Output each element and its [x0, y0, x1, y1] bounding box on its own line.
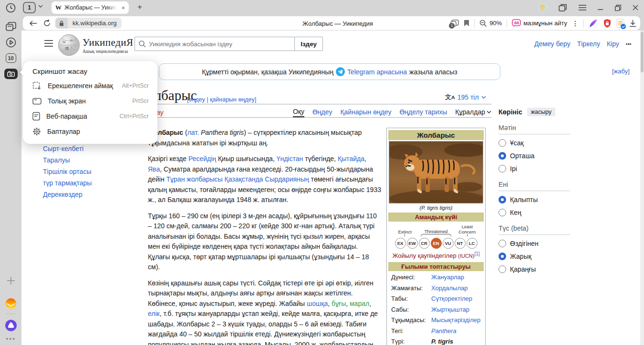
scrollbar-thumb[interactable] [641, 31, 644, 72]
chevron-down-icon[interactable] [38, 5, 43, 8]
radio-button[interactable] [499, 139, 506, 147]
new-tab-button[interactable]: + [135, 2, 145, 13]
title-edit-links[interactable]: [өңдеу | қайнарын өңдеу] [187, 96, 256, 103]
main-menu-icon[interactable] [44, 40, 53, 49]
appearance-hide-button[interactable]: жасыру [527, 108, 556, 116]
tab-close-icon[interactable]: × [121, 4, 125, 11]
video-play-icon[interactable] [0, 37, 21, 48]
view-tab-Оқу[interactable]: Оқу [293, 107, 304, 117]
radio-button[interactable] [499, 209, 506, 216]
more-options-icon[interactable]: ⋮ [572, 20, 579, 27]
radio-option-Ұсақ[interactable]: Ұсақ [499, 139, 570, 147]
wiki-link[interactable]: Тұран жолбарысы [166, 175, 223, 183]
tab-counter-button[interactable]: 1 [23, 2, 36, 13]
wikipedia-wordmark[interactable]: УикипедиЯ Ашық энциклопедиясы [83, 37, 133, 54]
taxonomy-value[interactable]: Хордалылар [431, 284, 467, 292]
status-reference[interactable]: [1] [474, 251, 479, 256]
toc-item[interactable]: Тіршілік ортасы [43, 168, 138, 175]
page-scrollbar[interactable] [640, 30, 644, 345]
yandex-mail-icon[interactable] [0, 298, 21, 309]
search-button[interactable]: Іздеу [294, 37, 323, 51]
toc-item[interactable]: түр тармақтары [43, 179, 138, 187]
header-link[interactable]: Демеу беру [534, 40, 571, 48]
radio-option-Қалыпты[interactable]: Қалыпты [499, 196, 570, 203]
wikipedia-logo[interactable]: W И 维 ا [58, 34, 80, 56]
radio-option-Ірі[interactable]: Ірі [499, 165, 570, 172]
wiki-link[interactable]: лат. [187, 129, 199, 136]
view-tab-Өңделу тарихы[interactable]: Өңделу тарихы [399, 107, 447, 117]
wiki-link[interactable]: Үндістан [277, 155, 303, 162]
header-link[interactable]: Кіру [607, 40, 619, 48]
bookmark-icon[interactable] [464, 20, 469, 27]
radio-button[interactable] [499, 253, 506, 260]
radio-button[interactable] [499, 165, 506, 172]
menu-item-Баптаулар[interactable]: Баптаулар [23, 124, 157, 139]
wiki-link[interactable]: Қазақстанда [225, 175, 263, 183]
side-panel-icon[interactable] [559, 4, 567, 11]
read-aloud-button[interactable]: 66 мазмұнын айту [512, 19, 567, 27]
view-tab-Өңдеу[interactable]: Өңдеу [312, 107, 332, 117]
telegram-channel-link[interactable]: Telegram арнасына [347, 68, 407, 76]
tab-groups-icon[interactable] [0, 22, 21, 31]
taxonomy-value[interactable]: Panthera [431, 327, 457, 335]
banner-close-link[interactable]: [жабу] [612, 68, 630, 75]
radio-option-Орташа[interactable]: Орташа [499, 152, 570, 160]
browser-tab[interactable]: W Жолбарыс — Уикипед × [52, 1, 129, 14]
menu-item-Толық экран[interactable]: Толық экранPrtScr [23, 93, 157, 109]
header-more-icon[interactable]: ••• [626, 41, 632, 47]
wiki-link[interactable]: шошқа [307, 300, 328, 307]
taxonomy-value[interactable]: Жыртқыштар [431, 306, 469, 313]
sidebar-more-icon[interactable]: ••• [0, 335, 21, 343]
menu-item-Ерекшеленген аймақ[interactable]: Ерекшеленген аймақAlt+PrtScr [23, 78, 157, 93]
radio-option-Өздігінен[interactable]: Өздігінен [499, 240, 570, 247]
radio-button[interactable] [499, 265, 506, 273]
minimize-button[interactable] [598, 5, 603, 10]
browser-menu-icon[interactable] [579, 5, 586, 10]
zoom-control[interactable]: 90% [479, 20, 502, 27]
wiki-link[interactable]: Ресейдің [188, 155, 216, 162]
radio-option-Қараңғы[interactable]: Қараңғы [499, 265, 570, 273]
view-tab-Қайнарын өңдеу[interactable]: Қайнарын өңдеу [340, 107, 391, 117]
lock-icon[interactable] [55, 18, 68, 29]
alice-assistant-icon[interactable] [0, 319, 21, 332]
language-selector[interactable]: 文ᴀ 195 тіл [445, 93, 486, 101]
radio-button[interactable] [499, 240, 506, 247]
view-tab-Құралдар[interactable]: Құралдар [455, 107, 491, 117]
radio-option-Кең[interactable]: Кең [499, 209, 570, 216]
document-extension-icon[interactable] [616, 19, 624, 28]
taxonomy-value[interactable]: Сүтқоректілер [431, 295, 472, 302]
radio-button[interactable] [499, 196, 506, 203]
collections-button[interactable]: 1 [450, 20, 459, 27]
wiki-link[interactable]: елік [148, 310, 160, 317]
toc-item[interactable]: Таралуы [43, 156, 138, 164]
add-panel-icon[interactable] [0, 276, 21, 285]
download-icon[interactable] [629, 20, 636, 27]
profile-avatar[interactable] [538, 3, 547, 12]
calendar-icon[interactable]: 10 [0, 53, 21, 63]
screenshot-tool-icon[interactable] [0, 69, 21, 79]
maximize-button[interactable] [615, 5, 621, 11]
close-window-button[interactable] [633, 5, 638, 10]
taxonomy-value[interactable]: Жануарлар [431, 274, 464, 281]
yandex-pen-extension-icon[interactable] [589, 19, 598, 28]
radio-button[interactable] [499, 152, 506, 160]
protect-shield-icon[interactable] [603, 19, 612, 28]
taxonomy-value[interactable]: Мысықтәрізділер [431, 316, 480, 324]
toc-item[interactable]: Дереккөздер [43, 191, 138, 198]
header-link[interactable]: Тіркелу [577, 40, 600, 48]
url-chip[interactable]: kk.wikipedia.org [55, 18, 122, 29]
menu-item-Веб-парақша[interactable]: Веб-парақшаCtrl+PrtScr [23, 109, 157, 124]
search-input[interactable] [149, 41, 291, 48]
wiki-link[interactable]: Ява [148, 165, 160, 173]
reload-button[interactable] [40, 20, 53, 27]
toc-item[interactable]: Сырт-келбеті [43, 145, 138, 152]
radio-option-Жарық[interactable]: Жарық [499, 253, 570, 260]
history-icon[interactable] [0, 3, 21, 13]
svg-text:维: 维 [65, 46, 69, 51]
wiki-link-green[interactable]: бұғы [332, 300, 346, 307]
wiki-link[interactable]: Сырдарияның [265, 175, 309, 183]
tiger-photo[interactable] [389, 141, 483, 203]
back-button[interactable] [27, 20, 40, 26]
wiki-link-green[interactable]: марал [350, 300, 369, 307]
wiki-link[interactable]: Қытайда [338, 155, 364, 162]
